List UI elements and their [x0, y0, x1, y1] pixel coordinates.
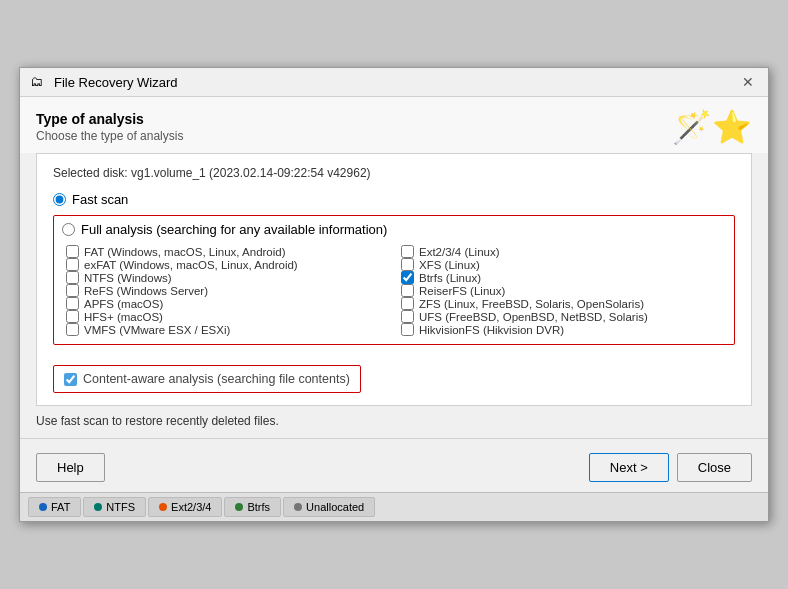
file-recovery-dialog: 🗂 File Recovery Wizard ✕ Type of analysi…: [19, 67, 769, 522]
fat-label: FAT (Windows, macOS, Linux, Android): [84, 246, 286, 258]
fs-ntfs: NTFS (Windows): [66, 271, 391, 284]
help-button[interactable]: Help: [36, 453, 105, 482]
ufs-checkbox[interactable]: [401, 310, 414, 323]
taskbar-unallocated-label: Unallocated: [306, 501, 364, 513]
title-bar: 🗂 File Recovery Wizard ✕: [20, 68, 768, 97]
fs-refs: ReFS (Windows Server): [66, 284, 391, 297]
xfs-checkbox[interactable]: [401, 258, 414, 271]
taskbar: FAT NTFS Ext2/3/4 Btrfs Unallocated: [20, 492, 768, 521]
full-analysis-label: Full analysis (searching for any availab…: [81, 222, 387, 237]
ext234-dot: [159, 503, 167, 511]
vmfs-label: VMFS (VMware ESX / ESXi): [84, 324, 230, 336]
button-bar-right: Next > Close: [589, 453, 752, 482]
ntfs-label: NTFS (Windows): [84, 272, 172, 284]
apfs-checkbox[interactable]: [66, 297, 79, 310]
hikvision-label: HikvisionFS (Hikvision DVR): [419, 324, 564, 336]
reiserfs-label: ReiserFS (Linux): [419, 285, 505, 297]
fs-btrfs: Btrfs (Linux): [401, 271, 726, 284]
zfs-label: ZFS (Linux, FreeBSD, Solaris, OpenSolari…: [419, 298, 644, 310]
taskbar-ext234[interactable]: Ext2/3/4: [148, 497, 222, 517]
taskbar-ntfs-label: NTFS: [106, 501, 135, 513]
dialog-icon: 🗂: [30, 74, 46, 90]
content-aware-label: Content-aware analysis (searching file c…: [83, 372, 350, 386]
vmfs-checkbox[interactable]: [66, 323, 79, 336]
fs-hfsplus: HFS+ (macOS): [66, 310, 391, 323]
content-aware-box: Content-aware analysis (searching file c…: [53, 365, 361, 393]
fs-right-column: Ext2/3/4 (Linux) XFS (Linux) Btrfs (Linu…: [401, 245, 726, 336]
fs-ufs: UFS (FreeBSD, OpenBSD, NetBSD, Solaris): [401, 310, 726, 323]
close-icon[interactable]: ✕: [738, 75, 758, 89]
reiserfs-checkbox[interactable]: [401, 284, 414, 297]
ext234-label: Ext2/3/4 (Linux): [419, 246, 500, 258]
taskbar-btrfs-label: Btrfs: [247, 501, 270, 513]
taskbar-unallocated[interactable]: Unallocated: [283, 497, 375, 517]
divider: [20, 438, 768, 439]
button-bar: Help Next > Close: [20, 443, 768, 492]
fs-zfs: ZFS (Linux, FreeBSD, Solaris, OpenSolari…: [401, 297, 726, 310]
page-subtitle: Choose the type of analysis: [36, 129, 183, 143]
close-button[interactable]: Close: [677, 453, 752, 482]
refs-label: ReFS (Windows Server): [84, 285, 208, 297]
taskbar-ext234-label: Ext2/3/4: [171, 501, 211, 513]
btrfs-label: Btrfs (Linux): [419, 272, 481, 284]
ufs-label: UFS (FreeBSD, OpenBSD, NetBSD, Solaris): [419, 311, 648, 323]
unallocated-dot: [294, 503, 302, 511]
fs-reiserfs: ReiserFS (Linux): [401, 284, 726, 297]
taskbar-btrfs[interactable]: Btrfs: [224, 497, 281, 517]
wizard-icon: 🪄⭐: [672, 111, 752, 143]
taskbar-fat-label: FAT: [51, 501, 70, 513]
btrfs-dot: [235, 503, 243, 511]
content-aware-checkbox[interactable]: [64, 373, 77, 386]
fs-exfat: exFAT (Windows, macOS, Linux, Android): [66, 258, 391, 271]
page-title: Type of analysis: [36, 111, 183, 127]
exfat-label: exFAT (Windows, macOS, Linux, Android): [84, 259, 298, 271]
refs-checkbox[interactable]: [66, 284, 79, 297]
fs-left-column: FAT (Windows, macOS, Linux, Android) exF…: [66, 245, 391, 336]
fast-scan-option: Fast scan: [53, 192, 735, 207]
ntfs-dot: [94, 503, 102, 511]
header-section: Type of analysis Choose the type of anal…: [20, 97, 768, 153]
fs-vmfs: VMFS (VMware ESX / ESXi): [66, 323, 391, 336]
full-analysis-option: Full analysis (searching for any availab…: [62, 222, 726, 237]
fat-dot: [39, 503, 47, 511]
fast-scan-label: Fast scan: [72, 192, 128, 207]
fast-scan-radio[interactable]: [53, 193, 66, 206]
main-content: Selected disk: vg1.volume_1 (2023.02.14-…: [36, 153, 752, 406]
exfat-checkbox[interactable]: [66, 258, 79, 271]
hikvision-checkbox[interactable]: [401, 323, 414, 336]
zfs-checkbox[interactable]: [401, 297, 414, 310]
filesystem-grid: FAT (Windows, macOS, Linux, Android) exF…: [66, 245, 726, 336]
btrfs-checkbox[interactable]: [401, 271, 414, 284]
xfs-label: XFS (Linux): [419, 259, 480, 271]
next-button[interactable]: Next >: [589, 453, 669, 482]
fs-fat: FAT (Windows, macOS, Linux, Android): [66, 245, 391, 258]
full-analysis-radio[interactable]: [62, 223, 75, 236]
footer-text: Use fast scan to restore recently delete…: [20, 406, 768, 434]
fs-ext234: Ext2/3/4 (Linux): [401, 245, 726, 258]
hfsplus-checkbox[interactable]: [66, 310, 79, 323]
taskbar-fat[interactable]: FAT: [28, 497, 81, 517]
fs-apfs: APFS (macOS): [66, 297, 391, 310]
fs-xfs: XFS (Linux): [401, 258, 726, 271]
taskbar-ntfs[interactable]: NTFS: [83, 497, 146, 517]
ext234-checkbox[interactable]: [401, 245, 414, 258]
full-analysis-box: Full analysis (searching for any availab…: [53, 215, 735, 345]
apfs-label: APFS (macOS): [84, 298, 163, 310]
hfsplus-label: HFS+ (macOS): [84, 311, 163, 323]
dialog-title: File Recovery Wizard: [54, 75, 178, 90]
selected-disk-label: Selected disk: vg1.volume_1 (2023.02.14-…: [53, 166, 735, 180]
fs-hikvision: HikvisionFS (Hikvision DVR): [401, 323, 726, 336]
ntfs-checkbox[interactable]: [66, 271, 79, 284]
fat-checkbox[interactable]: [66, 245, 79, 258]
